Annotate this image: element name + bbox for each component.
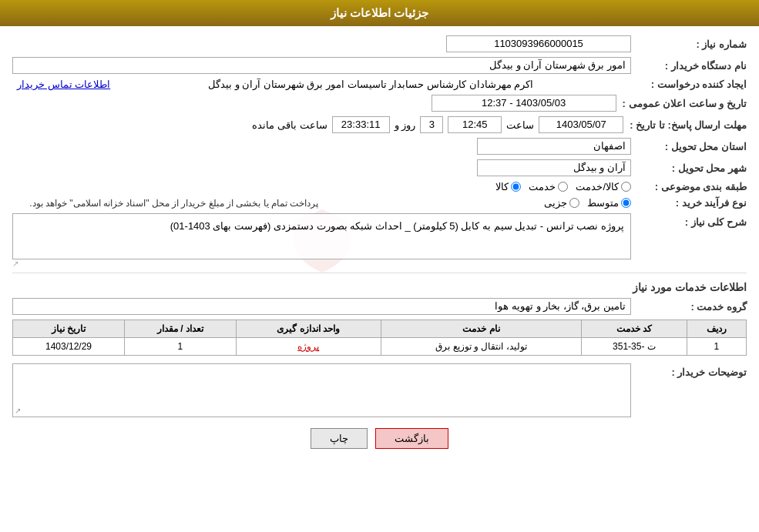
shahr-value: آران و بیدگل <box>477 159 631 176</box>
nooe-radio-group: متوسط جزیی <box>325 197 632 209</box>
sharh-label: شرح کلی نیاز : <box>631 216 747 228</box>
table-cell: تولید، انتقال و توزیع برق <box>381 338 582 356</box>
content-area: شماره نیاز : 1103093966000015 نام دستگاه… <box>0 26 759 466</box>
tabaqe-row: طبقه بندی موضوعی : کالا/خدمت خدمت کالا <box>12 181 747 192</box>
ijad-konande-row: ایجاد کننده درخواست : اکرم مهرشادان کارش… <box>12 79 747 90</box>
baqi-value: 23:33:11 <box>332 116 390 133</box>
tabaqe-option-khedmat: خدمت <box>529 181 568 192</box>
header-title: جزئیات اطلاعات نیاز <box>331 6 428 19</box>
tarikhe-aalan-value: 1403/05/03 - 12:37 <box>432 95 616 112</box>
back-button[interactable]: بازگشت <box>375 428 448 449</box>
gorooh-label: گروه خدمت : <box>631 301 747 313</box>
nooe-option-motavasset: متوسط <box>587 197 631 209</box>
tabaqe-label-kala-khedmat: کالا/خدمت <box>576 181 619 192</box>
table-row: 1ت -35-351تولید، انتقال و توزیع برقپروژه… <box>13 338 747 356</box>
ijad-konande-label: ایجاد کننده درخواست : <box>631 79 747 90</box>
mohlat-label: مهلت ارسال پاسخ: تا تاریخ : <box>623 119 747 131</box>
gorooh-row: گروه خدمت : تامین برق، گاز، بخار و تهویه… <box>12 298 747 315</box>
tozi-row: توضیحات خریدار : ↗ <box>12 363 747 417</box>
name-dastgah-value: امور برق شهرستان آران و بیدگل <box>12 57 631 74</box>
tabaqe-radio-group: کالا/خدمت خدمت کالا <box>12 181 631 192</box>
divider-1 <box>12 273 747 273</box>
print-button[interactable]: چاپ <box>311 428 368 449</box>
sharh-row: شرح کلی نیاز : پروژه نصب ترانس - تبدیل س… <box>12 213 747 268</box>
nooe-note: پرداخت تمام یا بخشی از مبلغ خریدار از مح… <box>12 198 319 209</box>
tabaqe-radio-kala-khedmat[interactable] <box>621 182 631 192</box>
tozi-wrapper: ↗ <box>12 363 631 417</box>
tabaqe-label: طبقه بندی موضوعی : <box>631 181 747 192</box>
tabaqe-radio-kala[interactable] <box>511 182 521 192</box>
tabaqe-radio-khedmat[interactable] <box>558 182 568 192</box>
services-table: ردیف کد خدمت نام خدمت واحد اندازه گیری ت… <box>12 320 747 356</box>
deadline-date-value: 1403/05/07 <box>539 116 623 133</box>
ostan-label: استان محل تحویل : <box>631 141 747 152</box>
page-header: جزئیات اطلاعات نیاز <box>0 0 759 26</box>
services-section-title: اطلاعات خدمات مورد نیاز <box>12 281 747 293</box>
col-date: تاریخ نیاز <box>13 320 125 338</box>
col-quantity: تعداد / مقدار <box>125 320 237 338</box>
ijad-konande-value: اکرم مهرشادان کارشناس حسابدار تاسیسات ام… <box>110 79 631 90</box>
services-table-body: 1ت -35-351تولید، انتقال و توزیع برقپروژه… <box>13 338 747 356</box>
sharh-wrapper: پروژه نصب ترانس - تبدیل سیم به کابل (5 ک… <box>12 213 631 268</box>
rooz-value: 3 <box>420 116 443 133</box>
nooe-farayand-label: نوع فرآیند خرید : <box>631 197 747 209</box>
gorooh-value: تامین برق، گاز، بخار و تهویه هوا <box>12 298 631 315</box>
ostan-row: استان محل تحویل : اصفهان <box>12 138 747 155</box>
shahr-label: شهر محل تحویل : <box>631 162 747 174</box>
mohlat-row: مهلت ارسال پاسخ: تا تاریخ : 1403/05/07 س… <box>12 116 747 133</box>
table-cell: 1403/12/29 <box>13 338 125 356</box>
rooz-label: روز و <box>395 119 416 131</box>
nooe-option-jozii: جزیی <box>544 197 579 209</box>
tarikhe-aalan-row: تاریخ و ساعت اعلان عمومی : 1403/05/03 - … <box>12 95 747 112</box>
tabaqe-option-kala-khedmat: کالا/خدمت <box>576 181 631 192</box>
shomara-niaz-row: شماره نیاز : 1103093966000015 <box>12 35 747 52</box>
ijad-konande-link[interactable]: اطلاعات تماس خریدار <box>17 79 110 90</box>
buttons-row: بازگشت چاپ <box>12 428 747 449</box>
shomara-niaz-label: شماره نیاز : <box>631 38 747 50</box>
saat-value: 12:45 <box>448 116 502 133</box>
table-cell: 1 <box>687 338 746 356</box>
notes-resize-icon: ↗ <box>15 407 21 415</box>
nooe-radio-motavasset[interactable] <box>621 198 631 208</box>
deadline-inner: 1403/05/07 ساعت 12:45 3 روز و 23:33:11 س… <box>12 116 623 133</box>
tabaqe-option-kala: کالا <box>495 181 521 192</box>
baqi-label: ساعت باقی مانده <box>252 119 327 131</box>
table-cell: پروژه <box>236 338 381 356</box>
col-radif: ردیف <box>687 320 746 338</box>
shomara-niaz-value: 1103093966000015 <box>446 35 631 52</box>
nooe-radio-jozii[interactable] <box>569 198 579 208</box>
nooe-farayand-row: نوع فرآیند خرید : متوسط جزیی پرداخت تمام… <box>12 197 747 209</box>
name-dastgah-label: نام دستگاه خریدار : <box>631 60 747 72</box>
table-cell: ت -35-351 <box>582 338 687 356</box>
name-dastgah-row: نام دستگاه خریدار : امور برق شهرستان آرا… <box>12 57 747 74</box>
tozi-label: توضیحات خریدار : <box>631 366 747 378</box>
page-wrapper: جزئیات اطلاعات نیاز شماره نیاز : 1103093… <box>0 0 759 532</box>
nooe-label-jozii: جزیی <box>544 197 567 209</box>
table-cell: 1 <box>125 338 237 356</box>
nooe-label-motavasset: متوسط <box>587 197 619 209</box>
tarikhe-aalan-label: تاریخ و ساعت اعلان عمومی : <box>616 98 747 109</box>
col-code: کد خدمت <box>582 320 687 338</box>
tabaqe-label-khedmat: خدمت <box>529 181 556 192</box>
tabaqe-label-kala: کالا <box>495 181 509 192</box>
sharh-value: پروژه نصب ترانس - تبدیل سیم به کابل (5 ک… <box>12 213 631 259</box>
col-name: نام خدمت <box>381 320 582 338</box>
saat-label: ساعت <box>506 119 534 131</box>
shahr-row: شهر محل تحویل : آران و بیدگل <box>12 159 747 176</box>
services-table-header-row: ردیف کد خدمت نام خدمت واحد اندازه گیری ت… <box>13 320 747 338</box>
col-unit: واحد اندازه گیری <box>236 320 381 338</box>
buyer-notes-box[interactable]: ↗ <box>12 363 631 417</box>
ostan-value: اصفهان <box>477 138 631 155</box>
services-table-head: ردیف کد خدمت نام خدمت واحد اندازه گیری ت… <box>13 320 747 338</box>
